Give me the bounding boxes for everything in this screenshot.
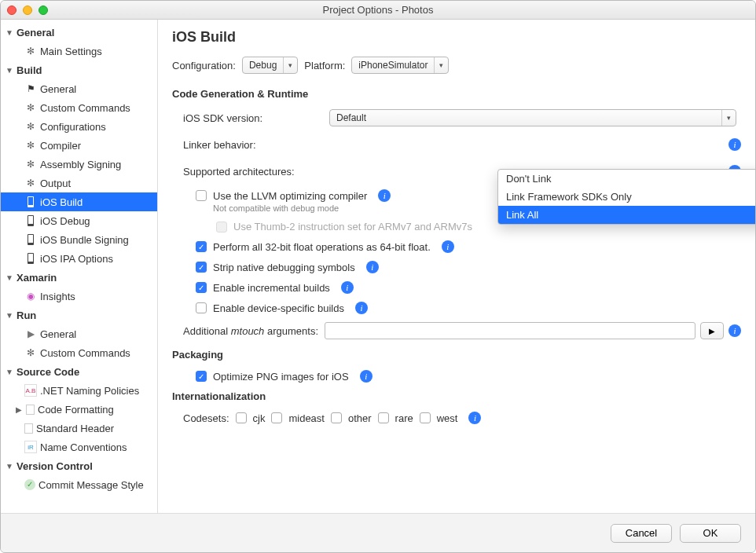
page-title: iOS Build	[172, 29, 741, 46]
ir-icon: iR	[24, 441, 37, 453]
disclosure-triangle-icon[interactable]: ▼	[6, 28, 13, 37]
disclosure-triangle-icon[interactable]: ▼	[6, 66, 13, 75]
svg-rect-7	[28, 254, 33, 262]
info-icon[interactable]: i	[341, 281, 354, 294]
supported-arch-label: Supported architectures:	[172, 166, 329, 178]
sidebar-item-ios-bundle-signing[interactable]: iOS Bundle Signing	[1, 230, 157, 249]
linker-dropdown[interactable]: Don't Link Link Framework SDKs Only Link…	[497, 169, 755, 225]
linker-option-dont-link[interactable]: Don't Link	[498, 170, 755, 188]
float-checkbox[interactable]: ✓	[196, 241, 207, 252]
platform-select[interactable]: iPhoneSimulator ▾	[351, 57, 449, 74]
disclosure-triangle-icon[interactable]: ▼	[6, 462, 13, 471]
sidebar-item-insights[interactable]: ◉Insights	[1, 287, 157, 306]
incremental-checkbox[interactable]: ✓	[196, 282, 207, 293]
phone-icon	[24, 233, 37, 246]
sidebar-item-ios-build[interactable]: iOS Build	[1, 192, 157, 211]
gear-icon: ✻	[24, 139, 37, 152]
svg-rect-5	[28, 235, 33, 243]
info-icon[interactable]: i	[468, 412, 481, 424]
section-packaging-heading: Packaging	[172, 349, 741, 361]
info-icon[interactable]: i	[360, 370, 372, 383]
sidebar-item-code-formatting[interactable]: ▶Code Formatting	[1, 400, 157, 419]
ab-icon: A.B	[24, 384, 37, 397]
sidebar-item-net-naming[interactable]: A.B.NET Naming Policies	[1, 381, 157, 400]
codeset-west-checkbox[interactable]	[420, 412, 431, 423]
sidebar-item-configurations[interactable]: ✻Configurations	[1, 117, 157, 136]
mtouch-run-button[interactable]: ▶	[700, 322, 724, 339]
flag-icon: ⚑	[24, 82, 37, 95]
sidebar: ▼General ✻Main Settings ▼Build ⚑General …	[1, 20, 158, 513]
codesets-label: Codesets:	[183, 412, 229, 424]
info-icon[interactable]: i	[728, 324, 741, 337]
sidebar-item-run-general[interactable]: ▶General	[1, 324, 157, 343]
float-checkbox-row: ✓ Perform all 32-bit float operations as…	[172, 240, 741, 253]
linker-option-link-sdks[interactable]: Link Framework SDKs Only	[498, 188, 755, 206]
device-specific-checkbox-row: Enable device-specific builds i	[172, 302, 741, 314]
sidebar-item-commit-message-style[interactable]: ✓Commit Message Style	[1, 475, 157, 494]
sidebar-section-xamarin[interactable]: ▼Xamarin	[1, 268, 157, 287]
linker-option-link-all[interactable]: Link All	[498, 206, 755, 224]
gear-icon: ✻	[24, 346, 37, 359]
llvm-label: Use the LLVM optimizing compiler	[213, 190, 367, 202]
document-icon	[24, 423, 33, 434]
codeset-other-checkbox[interactable]	[331, 412, 342, 423]
info-icon[interactable]: i	[442, 240, 454, 253]
disclosure-triangle-icon[interactable]: ▶	[15, 405, 23, 414]
llvm-checkbox[interactable]	[196, 190, 207, 201]
sidebar-section-source-code[interactable]: ▼Source Code	[1, 362, 157, 381]
codeset-mideast-checkbox[interactable]	[271, 412, 282, 423]
incremental-checkbox-row: ✓ Enable incremental builds i	[172, 281, 741, 294]
sidebar-section-general[interactable]: ▼General	[1, 23, 157, 42]
png-checkbox[interactable]: ✓	[196, 371, 207, 382]
codeset-cjk-checkbox[interactable]	[236, 412, 247, 423]
content-pane: iOS Build Configuration: Debug ▾ Platfor…	[158, 20, 755, 513]
mtouch-input[interactable]	[325, 322, 695, 339]
gear-icon: ✻	[24, 177, 37, 189]
document-icon	[26, 405, 35, 415]
incremental-label: Enable incremental builds	[213, 282, 330, 294]
sidebar-item-standard-header[interactable]: Standard Header	[1, 419, 157, 438]
sidebar-item-compiler[interactable]: ✻Compiler	[1, 136, 157, 155]
sidebar-item-build-general[interactable]: ⚑General	[1, 79, 157, 98]
float-label: Perform all 32-bit float operations as 6…	[213, 241, 431, 253]
sidebar-item-run-custom-commands[interactable]: ✻Custom Commands	[1, 343, 157, 362]
sdk-version-label: iOS SDK version:	[172, 112, 329, 124]
thumb-label: Use Thumb-2 instruction set for ARMv7 an…	[233, 221, 472, 233]
disclosure-triangle-icon[interactable]: ▼	[6, 311, 13, 320]
device-specific-checkbox[interactable]	[196, 302, 207, 313]
sidebar-section-build[interactable]: ▼Build	[1, 60, 157, 79]
titlebar[interactable]: Project Options - Photos	[1, 1, 755, 20]
section-codegen-heading: Code Generation & Runtime	[172, 88, 741, 100]
gear-icon: ✻	[24, 45, 37, 57]
info-icon[interactable]: i	[355, 302, 368, 314]
cancel-button[interactable]: Cancel	[611, 524, 672, 543]
configuration-select[interactable]: Debug ▾	[242, 57, 298, 74]
sidebar-item-ios-ipa-options[interactable]: iOS IPA Options	[1, 249, 157, 268]
sdk-version-select[interactable]: Default ▾	[329, 109, 736, 126]
sidebar-item-output[interactable]: ✻Output	[1, 174, 157, 192]
info-icon[interactable]: i	[366, 261, 379, 273]
info-icon[interactable]: i	[728, 138, 741, 151]
sidebar-item-assembly-signing[interactable]: ✻Assembly Signing	[1, 155, 157, 174]
ok-button[interactable]: OK	[680, 524, 741, 543]
sidebar-section-run[interactable]: ▼Run	[1, 306, 157, 324]
sidebar-item-custom-commands[interactable]: ✻Custom Commands	[1, 98, 157, 117]
sidebar-item-main-settings[interactable]: ✻Main Settings	[1, 42, 157, 60]
window-title: Project Options - Photos	[1, 4, 755, 16]
sidebar-item-ios-debug[interactable]: iOS Debug	[1, 211, 157, 230]
project-options-window: Project Options - Photos ▼General ✻Main …	[0, 0, 756, 553]
sidebar-item-name-conventions[interactable]: iRName Conventions	[1, 438, 157, 456]
info-icon[interactable]: i	[378, 189, 391, 202]
footer: Cancel OK	[1, 513, 755, 552]
sidebar-section-version-control[interactable]: ▼Version Control	[1, 456, 157, 475]
gear-icon: ✻	[24, 158, 37, 170]
codeset-rare-checkbox[interactable]	[378, 412, 389, 423]
disclosure-triangle-icon[interactable]: ▼	[6, 368, 13, 376]
linker-behavior-label: Linker behavior:	[172, 139, 329, 151]
codesets-row: Codesets: cjk mideast other rare west i	[172, 412, 741, 424]
disclosure-triangle-icon[interactable]: ▼	[6, 273, 13, 282]
chevron-down-icon[interactable]: ▾	[283, 57, 297, 73]
chevron-down-icon[interactable]: ▾	[434, 57, 448, 73]
strip-checkbox[interactable]: ✓	[196, 262, 207, 273]
chevron-down-icon[interactable]: ▾	[721, 110, 736, 126]
